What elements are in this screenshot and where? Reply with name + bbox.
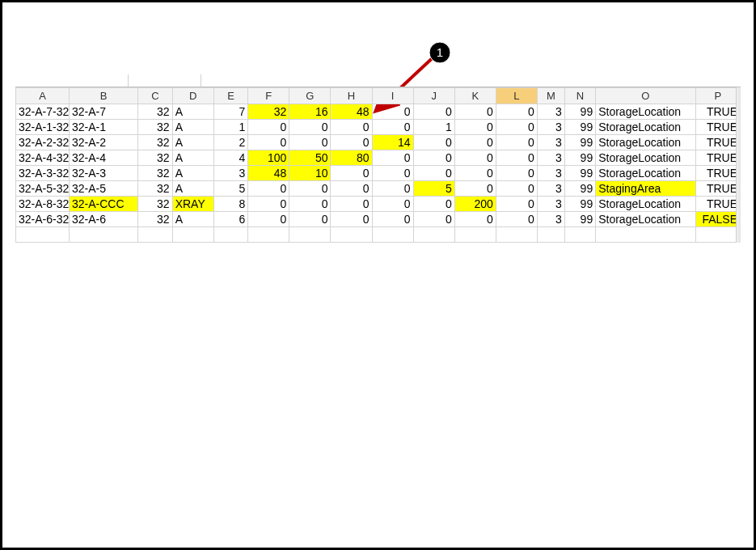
cell[interactable]: A bbox=[172, 150, 213, 166]
cell[interactable]: 0 bbox=[331, 212, 372, 227]
cell[interactable]: 99 bbox=[564, 197, 595, 212]
cell[interactable]: 32-A-6 bbox=[69, 212, 137, 227]
cell[interactable]: 3 bbox=[537, 166, 564, 181]
cell[interactable]: 48 bbox=[248, 166, 289, 181]
cell[interactable]: 1 bbox=[413, 120, 454, 135]
cell[interactable]: 0 bbox=[289, 181, 331, 197]
cell[interactable]: 32-A-2-32 bbox=[16, 135, 70, 150]
cell[interactable]: 0 bbox=[454, 181, 496, 197]
cell-empty[interactable] bbox=[413, 227, 454, 243]
column-header[interactable]: H bbox=[331, 88, 372, 104]
cell[interactable]: StorageLocation bbox=[596, 197, 695, 212]
cell[interactable]: TRUE bbox=[695, 120, 740, 135]
column-header[interactable]: O bbox=[596, 88, 695, 104]
cell-empty[interactable] bbox=[138, 227, 173, 243]
cell[interactable]: TRUE bbox=[695, 150, 740, 166]
cell[interactable]: 99 bbox=[564, 120, 595, 135]
cell[interactable]: 32-A-1 bbox=[69, 120, 137, 135]
cell[interactable]: FALSE bbox=[695, 212, 740, 227]
cell[interactable]: 50 bbox=[289, 150, 331, 166]
cell[interactable]: 3 bbox=[537, 104, 564, 120]
cell[interactable]: 0 bbox=[454, 166, 496, 181]
column-header[interactable]: P bbox=[695, 88, 740, 104]
cell[interactable]: 32-A-3-32 bbox=[16, 166, 70, 181]
cell-empty[interactable] bbox=[564, 227, 595, 243]
cell[interactable]: 0 bbox=[331, 135, 372, 150]
cell[interactable]: 0 bbox=[248, 197, 289, 212]
cell[interactable]: TRUE bbox=[695, 135, 740, 150]
column-header[interactable]: C bbox=[138, 88, 173, 104]
cell[interactable]: 0 bbox=[413, 104, 454, 120]
cell[interactable]: StorageLocation bbox=[596, 120, 695, 135]
cell[interactable]: 0 bbox=[372, 212, 413, 227]
cell[interactable]: 0 bbox=[496, 104, 537, 120]
cell-empty[interactable] bbox=[16, 227, 70, 243]
cell-empty[interactable] bbox=[213, 227, 248, 243]
cell[interactable]: A bbox=[172, 120, 213, 135]
cell-empty[interactable] bbox=[596, 227, 695, 243]
cell[interactable]: 32 bbox=[138, 104, 173, 120]
table-row[interactable]: 32-A-5-3232-A-532A50000500399StagingArea… bbox=[16, 181, 741, 197]
cell[interactable]: 200 bbox=[454, 197, 496, 212]
cell[interactable]: 0 bbox=[331, 120, 372, 135]
cell[interactable]: 32-A-CCC bbox=[69, 197, 137, 212]
cell[interactable]: 0 bbox=[289, 135, 331, 150]
table-row[interactable]: 32-A-3-3232-A-332A3481000000399StorageLo… bbox=[16, 166, 741, 181]
cell-empty[interactable] bbox=[372, 227, 413, 243]
cell[interactable]: 2 bbox=[213, 135, 248, 150]
cell[interactable]: 99 bbox=[564, 166, 595, 181]
cell[interactable]: 3 bbox=[537, 181, 564, 197]
column-header[interactable]: I bbox=[372, 88, 413, 104]
cell[interactable]: 8 bbox=[213, 197, 248, 212]
cell[interactable]: 0 bbox=[454, 104, 496, 120]
column-header[interactable]: B bbox=[69, 88, 137, 104]
cell[interactable]: 32-A-5 bbox=[69, 181, 137, 197]
cell[interactable]: 0 bbox=[289, 120, 331, 135]
cell[interactable]: 32 bbox=[138, 212, 173, 227]
cell[interactable]: StagingArea bbox=[596, 181, 695, 197]
table-row[interactable]: 32-A-4-3232-A-432A410050800000399Storage… bbox=[16, 150, 741, 166]
column-header[interactable]: M bbox=[537, 88, 564, 104]
table-row[interactable]: 32-A-6-3232-A-632A60000000399StorageLoca… bbox=[16, 212, 741, 227]
cell[interactable]: 32-A-7 bbox=[69, 104, 137, 120]
cell-empty[interactable] bbox=[695, 227, 740, 243]
cell[interactable]: 4 bbox=[213, 150, 248, 166]
cell[interactable]: 32-A-2 bbox=[69, 135, 137, 150]
cell[interactable]: 32-A-4 bbox=[69, 150, 137, 166]
column-header[interactable]: F bbox=[248, 88, 289, 104]
column-header[interactable]: K bbox=[454, 88, 496, 104]
cell[interactable]: A bbox=[172, 166, 213, 181]
cell[interactable]: 32 bbox=[138, 150, 173, 166]
cell-empty[interactable] bbox=[289, 227, 331, 243]
column-header[interactable]: E bbox=[213, 88, 248, 104]
cell[interactable]: 3 bbox=[537, 120, 564, 135]
cell[interactable]: 16 bbox=[289, 104, 331, 120]
cell[interactable]: 0 bbox=[289, 197, 331, 212]
cell[interactable]: 32-A-4-32 bbox=[16, 150, 70, 166]
cell[interactable]: 32-A-3 bbox=[69, 166, 137, 181]
cell[interactable]: 0 bbox=[496, 135, 537, 150]
cell[interactable]: 0 bbox=[496, 120, 537, 135]
cell[interactable]: 0 bbox=[496, 150, 537, 166]
cell-empty[interactable] bbox=[69, 227, 137, 243]
cell[interactable]: 3 bbox=[213, 166, 248, 181]
column-header[interactable]: D bbox=[172, 88, 213, 104]
cell[interactable]: 32 bbox=[138, 135, 173, 150]
cell[interactable]: 10 bbox=[289, 166, 331, 181]
cell[interactable]: 32-A-7-32 bbox=[16, 104, 70, 120]
cell[interactable]: TRUE bbox=[695, 166, 740, 181]
cell[interactable]: XRAY bbox=[172, 197, 213, 212]
table-row[interactable]: 32-A-1-3232-A-132A10000100399StorageLoca… bbox=[16, 120, 741, 135]
table-row[interactable]: 32-A-7-3232-A-732A73216480000399StorageL… bbox=[16, 104, 741, 120]
cell[interactable]: 3 bbox=[537, 212, 564, 227]
cell[interactable]: A bbox=[172, 181, 213, 197]
spreadsheet-grid[interactable]: ABCDEFGHIJKLMNOP 32-A-7-3232-A-732A73216… bbox=[15, 87, 741, 243]
table-row[interactable]: 32-A-8-3232-A-CCC32XRAY8000002000399Stor… bbox=[16, 197, 741, 212]
cell-empty[interactable] bbox=[496, 227, 537, 243]
cell[interactable]: StorageLocation bbox=[596, 135, 695, 150]
cell[interactable]: StorageLocation bbox=[596, 150, 695, 166]
cell[interactable]: 32 bbox=[248, 104, 289, 120]
cell[interactable]: 0 bbox=[331, 197, 372, 212]
cell[interactable]: TRUE bbox=[695, 197, 740, 212]
column-header[interactable]: A bbox=[16, 88, 70, 104]
